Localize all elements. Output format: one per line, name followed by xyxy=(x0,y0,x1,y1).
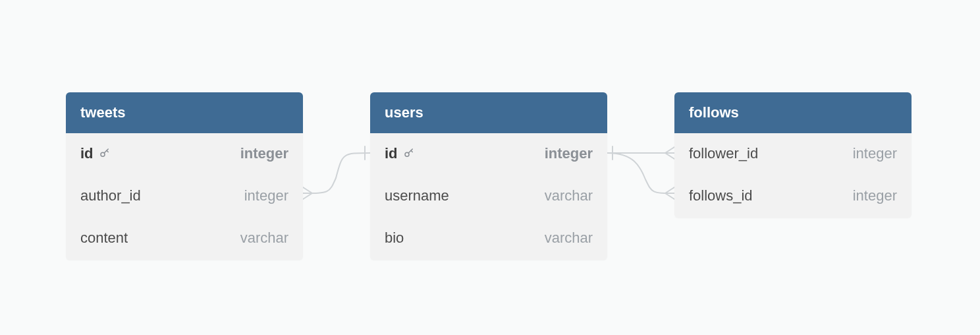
column-type: integer xyxy=(853,187,897,204)
column-name: content xyxy=(80,229,128,247)
column-name: author_id xyxy=(80,187,141,204)
table-header: follows xyxy=(674,92,912,133)
column-type: integer xyxy=(240,145,288,162)
column-name: id xyxy=(385,145,398,162)
column-name: follower_id xyxy=(689,145,758,162)
table-column[interactable]: follower_id integer xyxy=(674,133,912,175)
table-follows[interactable]: follows follower_id integer follows_id i… xyxy=(674,92,912,218)
table-tweets[interactable]: tweets id integer author_id integer cont… xyxy=(66,92,303,260)
table-column[interactable]: bio varchar xyxy=(370,218,607,260)
column-name: id xyxy=(80,145,94,162)
table-name: users xyxy=(385,104,423,121)
key-icon xyxy=(403,146,415,163)
table-column[interactable]: id integer xyxy=(370,133,607,175)
column-type: integer xyxy=(853,145,897,162)
column-name: username xyxy=(385,187,449,204)
table-name: follows xyxy=(689,104,739,121)
table-column[interactable]: id integer xyxy=(66,133,303,175)
column-type: varchar xyxy=(545,187,593,204)
key-icon xyxy=(99,146,111,163)
table-header: tweets xyxy=(66,92,303,133)
column-type: integer xyxy=(244,187,288,204)
table-header: users xyxy=(370,92,607,133)
table-column[interactable]: content varchar xyxy=(66,218,303,260)
column-type: varchar xyxy=(545,229,593,247)
column-type: varchar xyxy=(240,229,288,247)
table-column[interactable]: follows_id integer xyxy=(674,175,912,218)
column-type: integer xyxy=(545,145,593,162)
table-users[interactable]: users id integer username varchar bio va… xyxy=(370,92,607,260)
table-column[interactable]: username varchar xyxy=(370,175,607,218)
column-name: bio xyxy=(385,229,404,247)
column-name: follows_id xyxy=(689,187,753,204)
table-name: tweets xyxy=(80,104,125,121)
erd-canvas: tweets id integer author_id integer cont… xyxy=(0,0,980,335)
table-column[interactable]: author_id integer xyxy=(66,175,303,218)
